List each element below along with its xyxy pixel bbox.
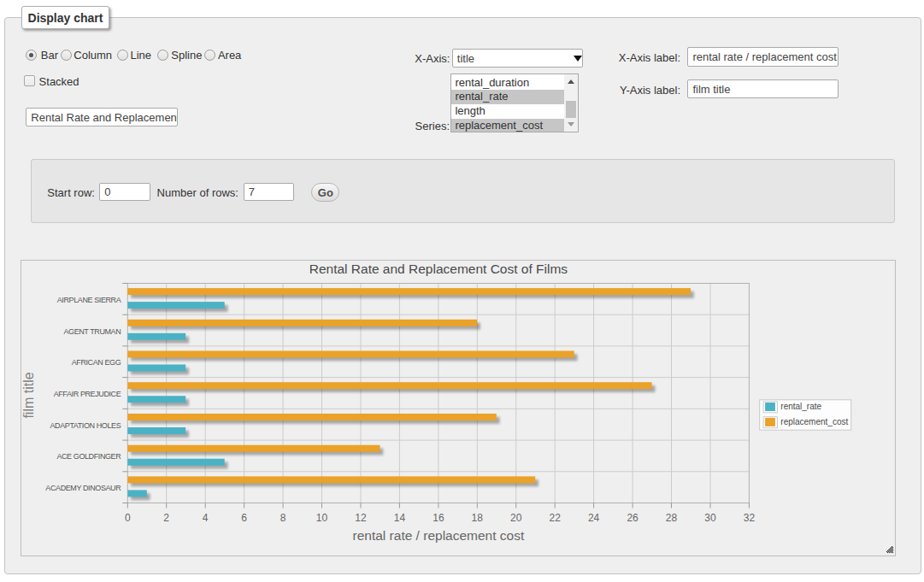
svg-text:2: 2	[164, 512, 170, 524]
svg-text:rental_rate: rental_rate	[780, 402, 821, 411]
svg-text:6: 6	[241, 512, 247, 524]
svg-text:8: 8	[280, 512, 286, 524]
svg-text:0: 0	[125, 512, 131, 524]
svg-text:16: 16	[433, 512, 444, 524]
svg-text:AIRPLANE SIERRA: AIRPLANE SIERRA	[57, 296, 121, 304]
svg-text:rental rate / replacement cost: rental rate / replacement cost	[353, 528, 525, 543]
svg-text:ACE GOLDFINGER: ACE GOLDFINGER	[57, 452, 122, 461]
svg-text:10: 10	[316, 512, 328, 524]
svg-text:film title: film title	[21, 372, 36, 418]
svg-text:22: 22	[550, 512, 562, 524]
svg-text:24: 24	[588, 512, 600, 524]
svg-text:32: 32	[744, 512, 756, 524]
svg-text:18: 18	[472, 512, 484, 524]
svg-text:26: 26	[627, 512, 639, 524]
svg-text:AGENT TRUMAN: AGENT TRUMAN	[64, 327, 121, 336]
svg-text:20: 20	[510, 512, 522, 524]
svg-text:AFRICAN EGG: AFRICAN EGG	[72, 358, 121, 367]
svg-text:14: 14	[394, 512, 406, 524]
svg-text:12: 12	[356, 512, 368, 524]
svg-text:Rental Rate and Replacement Co: Rental Rate and Replacement Cost of Film…	[309, 262, 568, 276]
svg-text:28: 28	[666, 512, 678, 524]
svg-text:30: 30	[705, 512, 717, 524]
svg-text:ADAPTATION HOLES: ADAPTATION HOLES	[50, 421, 121, 430]
svg-text:AFFAIR PREJUDICE: AFFAIR PREJUDICE	[54, 390, 121, 398]
svg-text:ACADEMY DINOSAUR: ACADEMY DINOSAUR	[46, 484, 122, 492]
svg-text:4: 4	[203, 512, 209, 524]
svg-text:replacement_cost: replacement_cost	[780, 417, 848, 426]
